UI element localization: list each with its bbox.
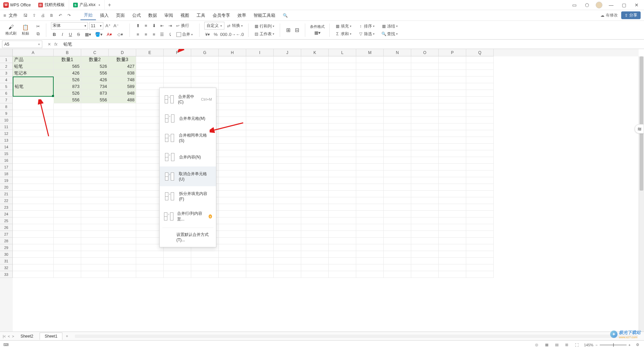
cell[interactable] <box>439 77 466 83</box>
cell[interactable] <box>219 97 246 103</box>
print-preview-icon[interactable]: 🗎 <box>49 13 54 18</box>
cell[interactable] <box>384 204 411 211</box>
cell[interactable]: 526 <box>54 77 81 83</box>
cell[interactable] <box>466 170 494 177</box>
cell[interactable] <box>466 77 494 83</box>
cell[interactable] <box>329 150 356 157</box>
cell[interactable] <box>246 271 274 278</box>
cell[interactable] <box>466 90 494 97</box>
cell[interactable] <box>329 184 356 191</box>
cell[interactable] <box>466 244 494 251</box>
cell[interactable] <box>246 123 274 130</box>
cell[interactable] <box>246 110 274 117</box>
cell[interactable] <box>54 170 81 177</box>
cell[interactable] <box>54 177 81 184</box>
zoom-slider[interactable] <box>600 344 627 346</box>
cell[interactable] <box>109 211 136 217</box>
cell[interactable] <box>356 97 384 103</box>
cell[interactable] <box>164 251 191 258</box>
cell[interactable] <box>411 130 439 137</box>
cell[interactable] <box>384 224 411 231</box>
cell[interactable]: 556 <box>81 97 109 103</box>
sheet-nav-first[interactable]: |< <box>3 334 6 338</box>
cell[interactable] <box>246 56 274 63</box>
cell[interactable] <box>329 157 356 164</box>
cell[interactable] <box>219 117 246 123</box>
insert-cells-button[interactable]: ⊞ <box>285 27 291 33</box>
decrease-decimal-icon[interactable]: ←.0 <box>236 31 243 38</box>
cell[interactable] <box>191 56 219 63</box>
column-header[interactable]: P <box>439 49 466 56</box>
column-header[interactable]: A <box>13 49 54 56</box>
cell[interactable] <box>301 191 329 197</box>
cell[interactable] <box>329 244 356 251</box>
hamburger-icon[interactable]: ≡ <box>3 13 6 18</box>
sheet-tab-sheet2[interactable]: Sheet2 <box>15 333 38 340</box>
cell[interactable] <box>274 97 301 103</box>
cell[interactable] <box>301 170 329 177</box>
cell[interactable] <box>356 130 384 137</box>
cell[interactable] <box>329 164 356 170</box>
cell[interactable] <box>13 258 54 264</box>
row-header[interactable]: 8 <box>0 103 13 110</box>
cell[interactable] <box>411 63 439 70</box>
cond-format-button[interactable]: 条件格式 <box>310 24 325 29</box>
cell[interactable] <box>301 238 329 244</box>
cell[interactable] <box>329 197 356 204</box>
cell[interactable] <box>384 110 411 117</box>
cell[interactable] <box>81 123 109 130</box>
cell[interactable] <box>164 271 191 278</box>
cell[interactable] <box>384 56 411 63</box>
cell[interactable] <box>466 197 494 204</box>
merge-button[interactable]: 合并 ▾ <box>175 31 195 38</box>
cell[interactable] <box>329 103 356 110</box>
cell[interactable] <box>384 264 411 271</box>
cell[interactable] <box>301 258 329 264</box>
cell[interactable] <box>109 251 136 258</box>
column-header[interactable]: M <box>356 49 384 56</box>
cell[interactable] <box>411 224 439 231</box>
cell[interactable] <box>301 157 329 164</box>
cell[interactable] <box>274 224 301 231</box>
cell[interactable] <box>81 150 109 157</box>
decrease-font-icon[interactable]: A⁻ <box>113 22 119 29</box>
row-header[interactable]: 29 <box>0 244 13 251</box>
cell[interactable] <box>411 77 439 83</box>
cell[interactable] <box>301 110 329 117</box>
cell[interactable] <box>411 191 439 197</box>
cell[interactable] <box>384 170 411 177</box>
cell[interactable] <box>466 251 494 258</box>
cell[interactable] <box>246 184 274 191</box>
rowcol-button[interactable]: ▦行和列▾ <box>253 23 275 30</box>
cell[interactable] <box>384 63 411 70</box>
cell[interactable] <box>191 251 219 258</box>
cell[interactable]: 848 <box>109 90 136 97</box>
merge-menu-item[interactable]: ›拆分并填充内容(F) <box>160 186 216 206</box>
row-header[interactable]: 20 <box>0 184 13 191</box>
cell[interactable] <box>411 90 439 97</box>
row-header[interactable]: 4 <box>0 77 13 83</box>
cell[interactable] <box>164 77 191 83</box>
cell[interactable] <box>356 177 384 184</box>
cell[interactable] <box>246 197 274 204</box>
cell[interactable] <box>384 157 411 164</box>
row-header[interactable]: 2 <box>0 63 13 70</box>
paste-button[interactable]: 📋 粘贴 <box>22 24 29 36</box>
cell[interactable] <box>13 271 54 278</box>
cell[interactable] <box>439 258 466 264</box>
cell[interactable] <box>301 103 329 110</box>
cell[interactable] <box>219 191 246 197</box>
cell[interactable]: 488 <box>109 97 136 103</box>
menu-formula[interactable]: 公式 <box>129 11 144 20</box>
cell[interactable]: 铅笔 <box>13 63 54 70</box>
align-left-icon[interactable]: ≡ <box>135 31 141 38</box>
sheet-tab-sheet1[interactable]: Sheet1 <box>40 333 62 340</box>
cell[interactable] <box>246 103 274 110</box>
convert-button[interactable]: ⇄转换▾ <box>226 22 244 29</box>
reading-view-icon[interactable]: ◎ <box>534 342 540 348</box>
cell[interactable] <box>439 123 466 130</box>
menu-page[interactable]: 页面 <box>113 11 128 20</box>
cell[interactable] <box>356 137 384 144</box>
cell[interactable] <box>81 264 109 271</box>
cell[interactable] <box>219 130 246 137</box>
